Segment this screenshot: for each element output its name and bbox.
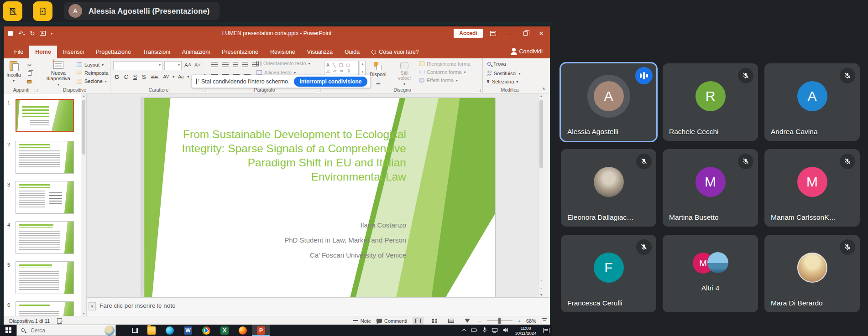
taskbar-edge[interactable] bbox=[161, 325, 179, 336]
shape-fill-button[interactable]: Riempimento forma bbox=[419, 61, 471, 67]
slideshow-view-button[interactable] bbox=[462, 317, 473, 325]
slide-thumb[interactable] bbox=[16, 221, 74, 254]
tab-revisione[interactable]: Revisione bbox=[264, 46, 301, 58]
participant-tile-alessia[interactable]: A Alessia Agostelli bbox=[561, 63, 656, 141]
cut-button[interactable]: ✂ bbox=[27, 62, 31, 68]
increase-indent-button[interactable] bbox=[242, 62, 248, 67]
tray-expand-button[interactable] bbox=[461, 326, 467, 335]
new-slide-button[interactable]: Nuova diapositiva ▾ bbox=[44, 61, 73, 87]
close-button[interactable]: ✕ bbox=[533, 26, 549, 40]
tell-me-search[interactable]: Cosa vuoi fare? bbox=[366, 46, 425, 58]
microphone-indicator[interactable] bbox=[482, 326, 487, 335]
next-slide-button[interactable]: ⌄ bbox=[539, 286, 544, 290]
participant-tile-francesca[interactable]: F Francesca Cerulli bbox=[561, 235, 656, 312]
font-dialog-launcher[interactable] bbox=[202, 89, 205, 92]
taskbar-chrome[interactable] bbox=[197, 325, 215, 336]
taskbar-excel[interactable]: X bbox=[215, 325, 234, 336]
participant-tile-others[interactable]: M Altri 4 bbox=[663, 235, 758, 312]
slide-thumb[interactable] bbox=[16, 99, 74, 132]
stop-sharing-button[interactable]: Interrompi condivisione bbox=[294, 77, 367, 87]
restore-button[interactable] bbox=[518, 26, 533, 40]
notes-collapse-button[interactable]: ▼ bbox=[89, 302, 96, 310]
format-painter-button[interactable] bbox=[27, 78, 31, 85]
quick-styles-button[interactable]: Stili veloci ▾ bbox=[393, 62, 415, 86]
battery-indicator[interactable] bbox=[471, 326, 478, 335]
tab-guida[interactable]: Guida bbox=[339, 46, 366, 58]
zoom-slider[interactable] bbox=[487, 320, 512, 321]
numbering-button[interactable] bbox=[222, 62, 229, 67]
slide-canvas[interactable]: From Sustainable Development to Ecologic… bbox=[141, 98, 495, 297]
shadow-button[interactable]: S bbox=[141, 74, 147, 80]
shape-outline-button[interactable]: Contorno forma▾ bbox=[419, 69, 465, 75]
paragraph-dialog-launcher[interactable] bbox=[317, 89, 320, 92]
tab-progettazione[interactable]: Progettazione bbox=[90, 46, 137, 58]
find-button[interactable]: Trova bbox=[487, 61, 506, 67]
meeting-room-off-button[interactable] bbox=[3, 1, 22, 21]
reading-view-button[interactable] bbox=[445, 317, 456, 325]
taskbar-firefox[interactable] bbox=[234, 325, 252, 336]
clipboard-dialog-launcher[interactable] bbox=[34, 89, 37, 92]
share-document-button[interactable]: Condividi bbox=[512, 48, 543, 55]
taskbar-word[interactable]: W bbox=[179, 325, 197, 336]
editor-scroll-thumb[interactable] bbox=[539, 100, 543, 168]
strikethrough-button[interactable]: abc bbox=[149, 74, 159, 79]
tab-animazioni[interactable]: Animazioni bbox=[176, 46, 216, 58]
slide-subtitle[interactable]: Ilaria Costanzo PhD Student in Law, Mark… bbox=[214, 217, 406, 263]
layout-button[interactable]: Layout▾ bbox=[77, 62, 104, 67]
editor-scrollbar[interactable]: ▲ ⌃ ⌄ ▼ bbox=[538, 93, 544, 297]
copy-button[interactable] bbox=[28, 70, 31, 77]
slide-thumb[interactable] bbox=[16, 141, 74, 174]
participant-tile-eleonora[interactable]: Eleonora Dallagiac… bbox=[561, 149, 656, 227]
volume-indicator[interactable] bbox=[502, 326, 508, 335]
search-doodle-image[interactable] bbox=[105, 326, 115, 336]
collapse-ribbon-button[interactable]: ∧ bbox=[542, 86, 545, 91]
search-input[interactable] bbox=[31, 327, 90, 334]
notes-pane[interactable]: ▼ Fare clic per inserire le note bbox=[87, 297, 550, 316]
section-button[interactable]: Sezione▾ bbox=[77, 78, 107, 84]
zoom-in-button[interactable]: + bbox=[518, 318, 521, 324]
ribbon-display-options-button[interactable] bbox=[485, 26, 501, 40]
taskbar-file-explorer[interactable] bbox=[142, 325, 161, 336]
slide-thumb[interactable] bbox=[16, 181, 74, 214]
increase-font-button[interactable]: A˄ bbox=[184, 62, 191, 68]
bold-button[interactable]: G bbox=[113, 74, 120, 80]
taskbar-search[interactable] bbox=[16, 325, 116, 336]
shape-effects-button[interactable]: Effetti forma▾ bbox=[419, 78, 458, 83]
tab-inserisci[interactable]: Inserisci bbox=[57, 46, 90, 58]
action-center-button[interactable] bbox=[543, 328, 549, 333]
text-direction-button[interactable]: Orientamento testo▾ bbox=[256, 61, 310, 66]
underline-button[interactable]: S bbox=[132, 74, 138, 80]
notes-placeholder[interactable]: Fare clic per inserire le note bbox=[99, 302, 176, 309]
font-size-combobox[interactable] bbox=[164, 61, 182, 70]
taskbar-powerpoint[interactable]: P bbox=[252, 325, 270, 336]
presenter-pill[interactable]: A Alessia Agostelli (Presentazione) bbox=[64, 2, 220, 20]
bullets-button[interactable] bbox=[211, 62, 218, 67]
tab-file[interactable]: File bbox=[8, 46, 29, 58]
zoom-out-button[interactable]: − bbox=[478, 318, 481, 324]
character-spacing-button[interactable]: AV bbox=[162, 74, 171, 79]
participant-tile-andrea[interactable]: A Andrea Cavina bbox=[764, 63, 860, 141]
taskbar-clock[interactable]: 11:08 30/11/2024 bbox=[512, 326, 539, 336]
minimize-button[interactable]: — bbox=[502, 26, 517, 40]
tab-presentazione[interactable]: Presentazione bbox=[216, 46, 264, 58]
toast-minimize-button[interactable]: ▁ bbox=[376, 78, 380, 86]
previous-slide-button[interactable]: ⌃ bbox=[539, 280, 544, 284]
participant-tile-martina[interactable]: M Martina Busetto bbox=[663, 149, 758, 227]
drawing-dialog-launcher[interactable] bbox=[478, 89, 481, 92]
decrease-font-button[interactable]: A˅ bbox=[194, 62, 201, 67]
task-view-button[interactable] bbox=[127, 325, 142, 336]
change-case-button[interactable]: Aa bbox=[177, 74, 185, 79]
start-button[interactable] bbox=[0, 325, 16, 336]
normal-view-button[interactable] bbox=[413, 317, 424, 325]
font-name-combobox[interactable] bbox=[113, 61, 162, 70]
zoom-slider-thumb[interactable] bbox=[498, 318, 501, 324]
network-indicator[interactable] bbox=[492, 326, 498, 335]
paste-button[interactable]: Incolla ▾ bbox=[6, 61, 21, 83]
tab-home[interactable]: Home bbox=[29, 46, 57, 58]
italic-button[interactable]: C bbox=[123, 74, 130, 80]
tab-transizioni[interactable]: Transizioni bbox=[137, 46, 176, 58]
thumbnail-scroll-thumb[interactable] bbox=[82, 100, 85, 155]
zoom-level[interactable]: 68% bbox=[526, 318, 536, 324]
leave-door-button[interactable] bbox=[33, 1, 52, 21]
slide-thumb[interactable] bbox=[16, 301, 74, 316]
